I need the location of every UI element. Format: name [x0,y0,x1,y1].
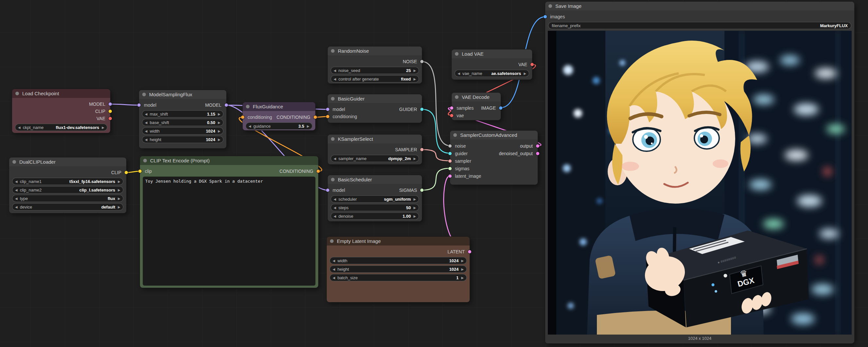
arrow-right-icon[interactable]: ▶ [413,157,416,161]
arrow-left-icon[interactable]: ◀ [334,197,336,201]
output-slot-sampler[interactable]: SAMPLER [328,146,422,153]
max-shift-number[interactable]: ◀max_shift1.15▶ [142,111,223,117]
type-combo[interactable]: ◀typeflux▶ [12,195,123,202]
node-dual-clip-loader[interactable]: DualCLIPLoader CLIP ◀clip_name1t5xxl_fp1… [9,157,126,213]
arrow-right-icon[interactable]: ▶ [118,188,120,192]
arrow-right-icon[interactable]: ▶ [413,206,416,209]
slot-dot-denoised-output[interactable] [536,152,539,155]
collapse-dot-icon[interactable] [455,52,459,56]
collapse-dot-icon[interactable] [331,49,335,53]
node-title-bar[interactable]: SamplerCustomAdvanced [450,131,538,140]
arrow-left-icon[interactable]: ◀ [333,267,335,271]
slot-dot-model-out[interactable] [225,104,228,107]
vae-name-combo[interactable]: ◀vae_nameae.safetensors▶ [455,70,529,77]
output-slot-vae[interactable]: VAE [12,115,110,122]
arrow-left-icon[interactable]: ◀ [333,259,335,263]
node-empty-latent-image[interactable]: Empty Latent Image LATENT ◀width1024▶ ◀h… [327,237,470,302]
collapse-dot-icon[interactable] [453,133,457,137]
slot-row-latent-image[interactable]: latent_image [450,172,538,180]
collapse-dot-icon[interactable] [331,137,335,141]
output-slot-model[interactable]: MODEL [12,100,110,108]
collapse-dot-icon[interactable] [331,97,335,100]
node-graph-canvas[interactable]: Load Checkpoint MODEL CLIP VAE ◀ckpt_nam… [0,0,868,347]
node-ksampler-select[interactable]: KSamplerSelect SAMPLER ◀sampler_namedpmp… [328,135,422,164]
node-title-bar[interactable]: KSamplerSelect [328,135,422,143]
node-title-bar[interactable]: BasicScheduler [328,175,422,184]
slot-dot-vae-in[interactable] [450,114,453,117]
slot-row-model-guider[interactable]: modelGUIDER [328,106,422,113]
slot-dot-guider-in[interactable] [448,152,452,155]
arrow-right-icon[interactable]: ▶ [461,259,464,263]
slot-dot-vae[interactable] [530,63,534,66]
noise-seed-number[interactable]: ◀noise_seed25▶ [331,67,418,74]
slot-row-model-sigmas[interactable]: modelSIGMAS [328,186,422,194]
arrow-left-icon[interactable]: ◀ [18,126,21,129]
slot-dot-noise-in[interactable] [448,144,452,148]
arrow-left-icon[interactable]: ◀ [15,188,18,192]
collapse-dot-icon[interactable] [330,239,334,243]
arrow-left-icon[interactable]: ◀ [145,121,148,124]
node-title-bar[interactable]: RandomNoise [328,47,422,55]
prompt-textarea[interactable]: Toy Jensen holding a DGX Spark in a data… [143,177,315,285]
collapse-dot-icon[interactable] [549,4,552,8]
arrow-left-icon[interactable]: ◀ [334,214,336,218]
slot-dot-image-out[interactable] [499,106,502,110]
slot-dot-sigmas-in[interactable] [448,167,452,170]
node-load-vae[interactable]: Load VAE VAE ◀vae_nameae.safetensors▶ [452,50,532,80]
arrow-left-icon[interactable]: ◀ [334,157,336,161]
collapse-dot-icon[interactable] [16,92,19,95]
collapse-dot-icon[interactable] [143,159,147,162]
filename-prefix-field[interactable]: filename_prefixMarkuryFLUX [549,22,851,29]
slot-row-conditioning[interactable]: conditioning [328,113,422,120]
slot-row-model[interactable]: modelMODEL [139,102,226,109]
arrow-left-icon[interactable]: ◀ [15,205,18,209]
arrow-right-icon[interactable]: ▶ [307,124,309,128]
node-sampler-custom-advanced[interactable]: SamplerCustomAdvanced noiseoutput guider… [450,131,538,185]
arrow-left-icon[interactable]: ◀ [333,276,335,280]
arrow-left-icon[interactable]: ◀ [15,197,18,200]
arrow-right-icon[interactable]: ▶ [218,138,220,141]
arrow-left-icon[interactable]: ◀ [145,138,148,141]
arrow-right-icon[interactable]: ▶ [413,69,416,73]
slot-row-samples-image[interactable]: samplesIMAGE [452,104,501,112]
arrow-right-icon[interactable]: ▶ [413,214,416,218]
slot-row-vae[interactable]: vae [452,112,501,119]
arrow-left-icon[interactable]: ◀ [15,180,18,183]
node-title-bar[interactable]: Load Checkpoint [12,89,110,98]
slot-dot-conditioning-in[interactable] [241,116,244,119]
height-number[interactable]: ◀height1024▶ [330,266,466,272]
node-save-image[interactable]: Save Image images filename_prefixMarkury… [545,2,854,343]
preview-image[interactable]: ♛ DGX ● ######## [548,31,851,335]
node-title-bar[interactable]: DualCLIPLoader [9,157,126,166]
output-slot-noise[interactable]: NOISE [328,58,422,65]
slot-dot-samples-in[interactable] [450,106,453,110]
slot-dot-clip[interactable] [125,171,128,174]
width-number[interactable]: ◀width1024▶ [142,128,223,134]
slot-dot-conditioning-out[interactable] [317,170,320,173]
arrow-right-icon[interactable]: ▶ [118,205,120,209]
node-title-bar[interactable]: FluxGuidance [243,102,315,111]
arrow-right-icon[interactable]: ▶ [413,77,416,81]
slot-dot-latent-image-in[interactable] [448,174,452,178]
collapse-dot-icon[interactable] [455,95,459,99]
node-random-noise[interactable]: RandomNoise NOISE ◀noise_seed25▶ ◀contro… [328,47,422,84]
arrow-right-icon[interactable]: ▶ [218,129,220,133]
control-after-generate-combo[interactable]: ◀control after generatefixed▶ [331,76,418,82]
arrow-right-icon[interactable]: ▶ [413,197,416,201]
arrow-right-icon[interactable]: ▶ [118,180,120,183]
output-slot-clip[interactable]: CLIP [12,108,110,115]
node-title-bar[interactable]: BasicGuider [328,94,422,103]
slot-dot-sampler[interactable] [420,148,424,151]
collapse-dot-icon[interactable] [12,160,16,164]
clip-name1-combo[interactable]: ◀clip_name1t5xxl_fp16.safetensors▶ [12,178,123,185]
arrow-left-icon[interactable]: ◀ [334,69,336,73]
arrow-right-icon[interactable]: ▶ [218,121,220,124]
slot-dot-output[interactable] [536,144,539,148]
slot-dot-conditioning-in[interactable] [326,115,329,118]
node-flux-guidance[interactable]: FluxGuidance conditioningCONDITIONING ◀g… [243,102,315,130]
slot-row-guider-denoised[interactable]: guiderdenoised_output [450,150,538,157]
node-title-bar[interactable]: CLIP Text Encode (Prompt) [140,156,318,165]
node-clip-text-encode[interactable]: CLIP Text Encode (Prompt) clipCONDITIONI… [140,156,318,288]
arrow-right-icon[interactable]: ▶ [118,197,120,200]
slot-dot-model[interactable] [108,103,112,106]
